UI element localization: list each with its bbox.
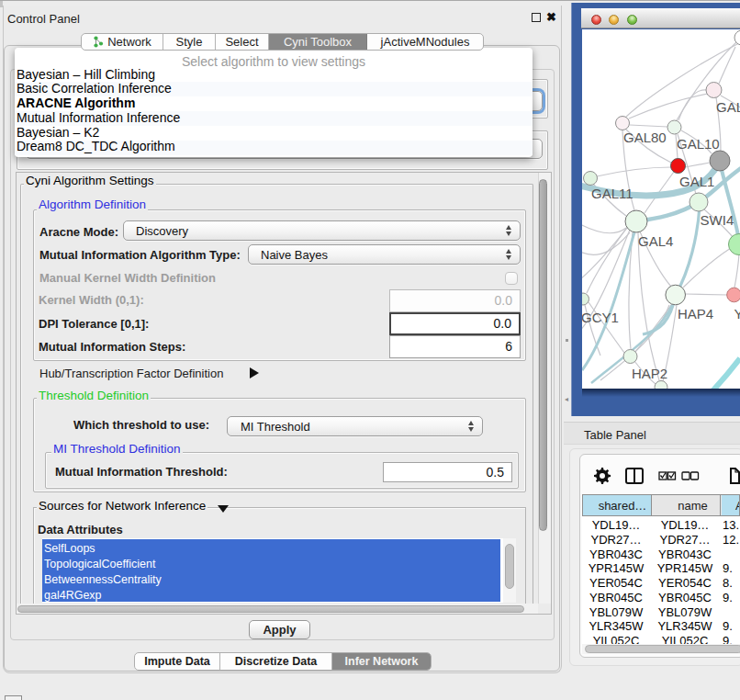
svg-text:GAL1: GAL1	[679, 174, 714, 189]
svg-text:Y: Y	[734, 306, 740, 322]
svg-text:SWI4: SWI4	[701, 212, 734, 228]
svg-text:GAL80: GAL80	[623, 130, 667, 145]
svg-text:HAP4: HAP4	[678, 306, 713, 322]
svg-text:GCY1: GCY1	[582, 310, 619, 325]
svg-text:GAL10: GAL10	[677, 136, 720, 152]
svg-text:GAL4: GAL4	[638, 233, 673, 249]
svg-text:GAL2: GAL2	[716, 99, 740, 115]
svg-text:HAP2: HAP2	[632, 366, 667, 381]
svg-text:GAL11: GAL11	[591, 186, 633, 201]
